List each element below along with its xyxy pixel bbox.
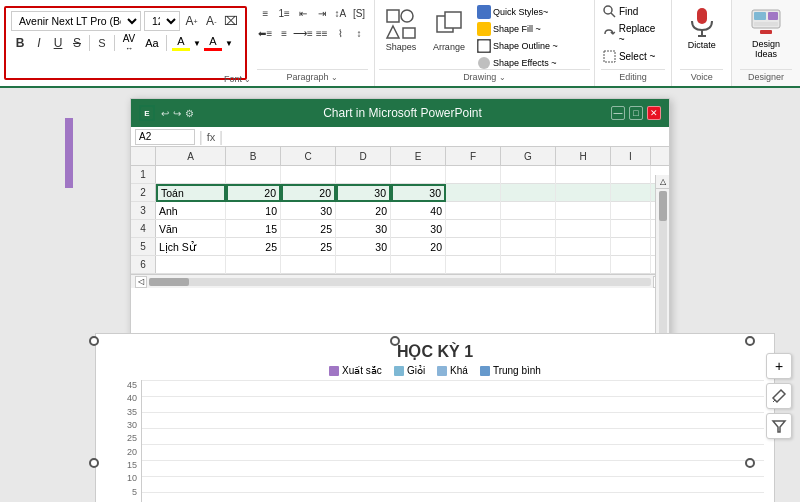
handle-top-right[interactable] [745,336,755,346]
italic-button[interactable]: I [30,34,48,52]
case-button[interactable]: Aa [141,34,163,52]
col-header-B[interactable]: B [226,147,281,165]
arrange-button[interactable]: Arrange [427,4,471,54]
cell-C4[interactable]: 25 [281,220,336,238]
highlight-dropdown[interactable]: ▼ [193,34,201,52]
add-element-button[interactable]: + [766,353,792,379]
cell-E6[interactable] [391,256,446,274]
excel-close-button[interactable]: ✕ [647,106,661,120]
cell-G3[interactable] [501,202,556,220]
numbering-button[interactable]: 1≡ [275,4,293,22]
cell-D4[interactable]: 30 [336,220,391,238]
cell-D2[interactable]: 30 [336,184,391,202]
cell-B2[interactable]: 20 [226,184,281,202]
cell-I2[interactable] [611,184,651,202]
cell-D3[interactable]: 20 [336,202,391,220]
col-header-F[interactable]: F [446,147,501,165]
strikethrough-button[interactable]: S [68,34,86,52]
cell-D1[interactable] [336,166,391,184]
cell-D5[interactable]: 30 [336,238,391,256]
char-spacing-button[interactable]: AV↔ [118,34,140,52]
cell-H4[interactable] [556,220,611,238]
handle-top-center[interactable] [390,336,400,346]
convert-to-smartart-button[interactable]: [S] [350,4,368,22]
font-name-select[interactable]: Avenir Next LT Pro (Bod... [11,11,141,31]
dictate-button[interactable]: Dictate [684,4,720,50]
cell-B4[interactable]: 15 [226,220,281,238]
cell-B6[interactable] [226,256,281,274]
text-direction-button[interactable]: ↕A [331,4,349,22]
drawing-expand-button[interactable]: ⌄ [499,73,506,82]
font-color-dropdown[interactable]: ▼ [225,34,233,52]
filter-button[interactable] [766,413,792,439]
cell-A5[interactable]: Lịch Sử [156,238,226,256]
col-header-C[interactable]: C [281,147,336,165]
cell-H2[interactable] [556,184,611,202]
increase-indent-button[interactable]: ⇥ [313,4,331,22]
cell-A6[interactable] [156,256,226,274]
shapes-button[interactable]: Shapes [379,4,423,54]
paint-brush-button[interactable] [766,383,792,409]
scroll-thumb[interactable] [149,278,189,286]
clear-format-button[interactable]: ⌧ [223,12,240,30]
cell-C3[interactable]: 30 [281,202,336,220]
cell-I5[interactable] [611,238,651,256]
cell-A2[interactable]: Toán [156,184,226,202]
cell-A3[interactable]: Anh [156,202,226,220]
cell-F4[interactable] [446,220,501,238]
handle-top-left[interactable] [89,336,99,346]
cell-B5[interactable]: 25 [226,238,281,256]
shadow-button[interactable]: S [93,34,111,52]
cell-G4[interactable] [501,220,556,238]
cell-C5[interactable]: 25 [281,238,336,256]
bullets-button[interactable]: ≡ [257,4,275,22]
replace-button[interactable]: Replace ~ [601,22,665,46]
align-left-button[interactable]: ⬅≡ [257,24,275,42]
handle-mid-right[interactable] [745,458,755,468]
cell-D6[interactable] [336,256,391,274]
cell-C6[interactable] [281,256,336,274]
cell-A4[interactable]: Văn [156,220,226,238]
text-highlight-button[interactable]: A [170,34,192,52]
vscroll-thumb[interactable] [659,191,667,221]
col-header-H[interactable]: H [556,147,611,165]
excel-maximize-button[interactable]: □ [629,106,643,120]
line-spacing-button[interactable]: ↕ [350,24,368,42]
cell-H5[interactable] [556,238,611,256]
scroll-track[interactable] [149,278,651,286]
cell-I6[interactable] [611,256,651,274]
cell-E2[interactable]: 30 [391,184,446,202]
col-header-G[interactable]: G [501,147,556,165]
cell-G2[interactable] [501,184,556,202]
cell-F1[interactable] [446,166,501,184]
col-header-I[interactable]: I [611,147,651,165]
col-header-E[interactable]: E [391,147,446,165]
find-button[interactable]: Find [601,4,665,19]
cell-F2[interactable] [446,184,501,202]
cell-B3[interactable]: 10 [226,202,281,220]
paragraph-expand-button[interactable]: ⌄ [331,73,338,82]
cell-E4[interactable]: 30 [391,220,446,238]
cell-G5[interactable] [501,238,556,256]
select-button[interactable]: Select ~ [601,49,665,64]
quick-styles-button[interactable]: Quick Styles~ [475,4,560,20]
cell-F5[interactable] [446,238,501,256]
cell-G6[interactable] [501,256,556,274]
cell-A1[interactable] [156,166,226,184]
cell-G1[interactable] [501,166,556,184]
cell-E1[interactable] [391,166,446,184]
cell-C2[interactable]: 20 [281,184,336,202]
decrease-font-button[interactable]: A- [203,12,220,30]
excel-minimize-button[interactable]: — [611,106,625,120]
cell-E3[interactable]: 40 [391,202,446,220]
justify-button[interactable]: ≡≡ [313,24,331,42]
cell-B1[interactable] [226,166,281,184]
font-size-select[interactable]: 12 [144,11,180,31]
cell-C1[interactable] [281,166,336,184]
columns-button[interactable]: ⌇ [332,24,350,42]
increase-font-button[interactable]: A+ [183,12,200,30]
name-box[interactable]: A2 [135,129,195,145]
cell-F6[interactable] [446,256,501,274]
scroll-left-button[interactable]: ◁ [135,276,147,288]
shape-outline-button[interactable]: Shape Outline ~ [475,38,560,54]
